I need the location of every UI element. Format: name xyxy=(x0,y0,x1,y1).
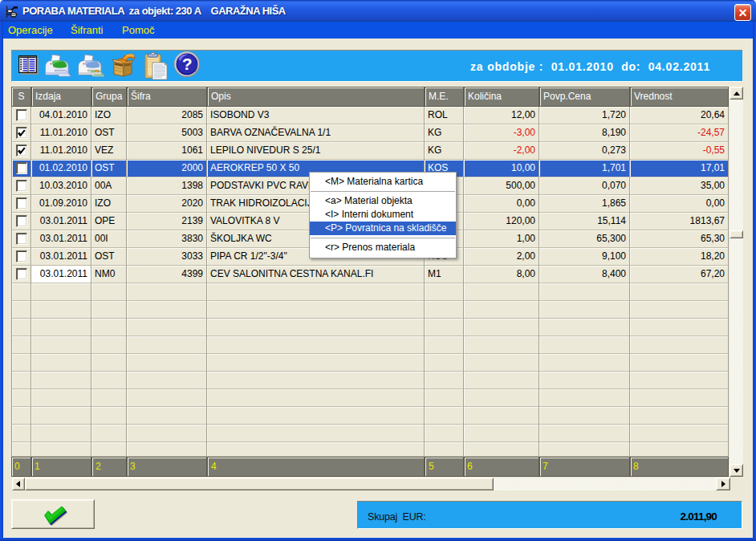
svg-text:?: ? xyxy=(182,55,193,73)
